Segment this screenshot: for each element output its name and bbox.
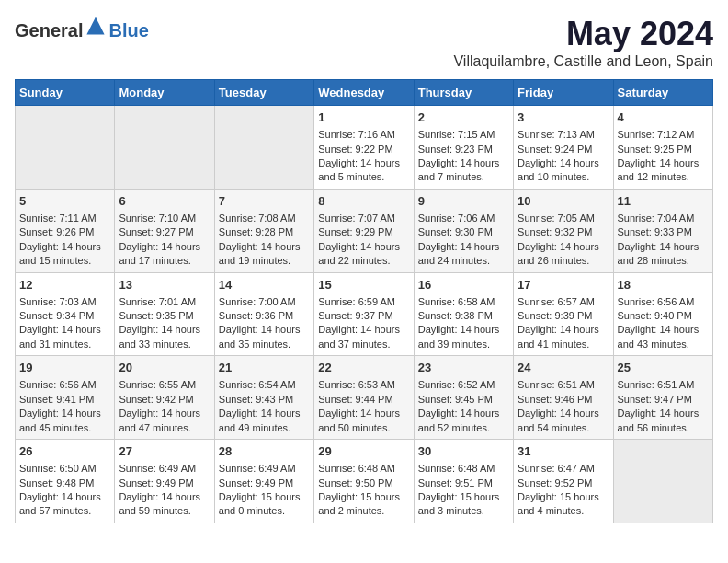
table-row: 6Sunrise: 7:10 AMSunset: 9:27 PMDaylight… [115, 189, 214, 272]
day-number: 5 [19, 193, 110, 210]
table-row: 24Sunrise: 6:51 AMSunset: 9:46 PMDayligh… [514, 356, 613, 440]
day-number: 7 [219, 193, 310, 210]
sunrise-text: Sunrise: 6:54 AM [219, 379, 296, 390]
sunrise-text: Sunrise: 7:16 AM [318, 129, 395, 140]
table-row: 2Sunrise: 7:15 AMSunset: 9:23 PMDaylight… [414, 106, 513, 190]
day-number: 30 [418, 443, 509, 460]
title-block: May 2024 Villaquilambre, Castille and Le… [453, 15, 713, 70]
daylight-text: Daylight: 14 hours and 10 minutes. [518, 157, 599, 182]
table-row: 22Sunrise: 6:53 AMSunset: 9:44 PMDayligh… [314, 356, 414, 440]
daylight-text: Daylight: 14 hours and 39 minutes. [418, 324, 500, 349]
daylight-text: Daylight: 14 hours and 31 minutes. [19, 324, 101, 349]
table-row: 15Sunrise: 6:59 AMSunset: 9:37 PMDayligh… [314, 272, 414, 356]
day-number: 25 [618, 360, 709, 376]
table-row [115, 106, 214, 190]
table-row: 9Sunrise: 7:06 AMSunset: 9:30 PMDaylight… [414, 189, 513, 272]
daylight-text: Daylight: 14 hours and 5 minutes. [318, 157, 400, 182]
sunrise-text: Sunrise: 6:58 AM [418, 296, 495, 307]
sunrise-text: Sunrise: 6:49 AM [119, 463, 196, 474]
day-number: 3 [518, 109, 609, 126]
table-row: 3Sunrise: 7:13 AMSunset: 9:24 PMDaylight… [514, 106, 613, 190]
page-header: GeneralBlue May 2024 Villaquilambre, Cas… [15, 15, 713, 70]
day-number: 28 [219, 443, 310, 460]
month-title: May 2024 [453, 15, 713, 53]
daylight-text: Daylight: 14 hours and 26 minutes. [518, 241, 599, 266]
day-number: 20 [119, 360, 210, 376]
sunset-text: Sunset: 9:29 PM [318, 226, 392, 237]
table-row: 20Sunrise: 6:55 AMSunset: 9:42 PMDayligh… [115, 356, 214, 440]
sunset-text: Sunset: 9:35 PM [119, 310, 193, 321]
sunset-text: Sunset: 9:26 PM [19, 226, 94, 237]
sunrise-text: Sunrise: 7:06 AM [418, 213, 495, 224]
sunset-text: Sunset: 9:30 PM [418, 226, 493, 237]
sunrise-text: Sunrise: 7:00 AM [219, 296, 296, 307]
sunrise-text: Sunrise: 6:47 AM [518, 463, 595, 474]
table-row [613, 440, 712, 523]
sunrise-text: Sunrise: 6:53 AM [318, 379, 395, 390]
sunrise-text: Sunrise: 6:51 AM [618, 379, 695, 390]
day-number: 14 [219, 277, 310, 293]
daylight-text: Daylight: 14 hours and 45 minutes. [19, 408, 101, 432]
sunrise-text: Sunrise: 6:55 AM [119, 379, 196, 390]
table-row: 21Sunrise: 6:54 AMSunset: 9:43 PMDayligh… [214, 356, 313, 440]
sunset-text: Sunset: 9:43 PM [219, 394, 293, 405]
sunset-text: Sunset: 9:37 PM [318, 310, 392, 321]
calendar-week-row: 26Sunrise: 6:50 AMSunset: 9:48 PMDayligh… [16, 440, 713, 523]
sunset-text: Sunset: 9:46 PM [518, 394, 592, 405]
table-row: 30Sunrise: 6:48 AMSunset: 9:51 PMDayligh… [414, 440, 513, 523]
location-title: Villaquilambre, Castille and Leon, Spain [453, 53, 713, 70]
day-number: 10 [518, 193, 609, 210]
sunset-text: Sunset: 9:48 PM [19, 477, 94, 488]
day-number: 15 [318, 277, 409, 293]
daylight-text: Daylight: 14 hours and 57 minutes. [19, 491, 101, 516]
daylight-text: Daylight: 14 hours and 43 minutes. [618, 324, 700, 349]
daylight-text: Daylight: 14 hours and 19 minutes. [219, 241, 301, 266]
sunrise-text: Sunrise: 7:05 AM [518, 213, 595, 224]
daylight-text: Daylight: 14 hours and 7 minutes. [418, 157, 500, 182]
sunrise-text: Sunrise: 7:04 AM [618, 213, 695, 224]
header-thursday: Thursday [414, 80, 513, 106]
sunset-text: Sunset: 9:40 PM [618, 310, 692, 321]
logo-text: GeneralBlue [15, 15, 149, 41]
header-wednesday: Wednesday [314, 80, 414, 106]
day-number: 4 [618, 109, 709, 126]
sunset-text: Sunset: 9:44 PM [318, 394, 392, 405]
table-row: 16Sunrise: 6:58 AMSunset: 9:38 PMDayligh… [414, 272, 513, 356]
table-row: 1Sunrise: 7:16 AMSunset: 9:22 PMDaylight… [314, 106, 414, 190]
sunrise-text: Sunrise: 7:01 AM [119, 296, 196, 307]
calendar-week-row: 1Sunrise: 7:16 AMSunset: 9:22 PMDaylight… [16, 106, 713, 190]
header-sunday: Sunday [16, 80, 115, 106]
sunset-text: Sunset: 9:50 PM [318, 477, 392, 488]
sunset-text: Sunset: 9:34 PM [19, 310, 94, 321]
daylight-text: Daylight: 14 hours and 52 minutes. [418, 408, 500, 432]
sunset-text: Sunset: 9:47 PM [618, 394, 692, 405]
daylight-text: Daylight: 14 hours and 35 minutes. [219, 324, 301, 349]
table-row: 25Sunrise: 6:51 AMSunset: 9:47 PMDayligh… [613, 356, 712, 440]
daylight-text: Daylight: 15 hours and 3 minutes. [418, 491, 500, 516]
day-number: 8 [318, 193, 409, 210]
sunrise-text: Sunrise: 7:03 AM [19, 296, 97, 307]
day-number: 29 [318, 443, 409, 460]
svg-marker-0 [87, 17, 105, 34]
table-row: 14Sunrise: 7:00 AMSunset: 9:36 PMDayligh… [214, 272, 313, 356]
logo-general: General [15, 20, 83, 40]
day-number: 1 [318, 109, 409, 126]
sunset-text: Sunset: 9:27 PM [119, 226, 193, 237]
sunrise-text: Sunrise: 6:50 AM [19, 463, 97, 474]
sunrise-text: Sunrise: 7:12 AM [618, 129, 695, 140]
day-number: 19 [19, 360, 110, 376]
day-number: 12 [19, 277, 110, 293]
day-number: 11 [618, 193, 709, 210]
sunrise-text: Sunrise: 7:07 AM [318, 213, 395, 224]
daylight-text: Daylight: 15 hours and 2 minutes. [318, 491, 400, 516]
table-row: 4Sunrise: 7:12 AMSunset: 9:25 PMDaylight… [613, 106, 712, 190]
calendar-week-row: 19Sunrise: 6:56 AMSunset: 9:41 PMDayligh… [16, 356, 713, 440]
sunrise-text: Sunrise: 6:51 AM [518, 379, 595, 390]
day-number: 23 [418, 360, 509, 376]
daylight-text: Daylight: 14 hours and 37 minutes. [318, 324, 400, 349]
sunrise-text: Sunrise: 6:56 AM [618, 296, 695, 307]
day-number: 22 [318, 360, 409, 376]
daylight-text: Daylight: 14 hours and 56 minutes. [618, 408, 700, 432]
daylight-text: Daylight: 14 hours and 22 minutes. [318, 241, 400, 266]
daylight-text: Daylight: 14 hours and 17 minutes. [119, 241, 200, 266]
